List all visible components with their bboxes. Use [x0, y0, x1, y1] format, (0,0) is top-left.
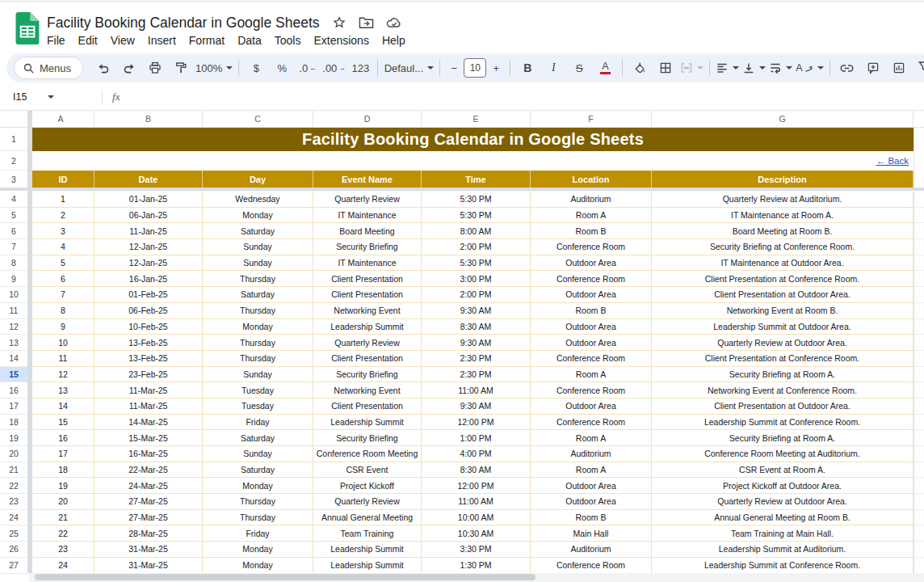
table-header-time[interactable]: Time [422, 171, 531, 188]
font-family-dropdown[interactable]: Defaul... [382, 57, 435, 79]
row-header-3[interactable]: 3 [0, 171, 27, 188]
table-header-event-name[interactable]: Event Name [313, 171, 422, 188]
menu-format[interactable]: Format [183, 32, 231, 48]
cell[interactable]: Monday [203, 319, 313, 335]
row-header-22[interactable]: 22 [0, 478, 27, 494]
cell[interactable]: Thursday [203, 303, 313, 319]
cell[interactable]: Leadership Summit at Conference Room. [652, 415, 914, 431]
italic-button[interactable]: I [540, 57, 566, 79]
cell[interactable]: 10-Feb-25 [94, 319, 203, 335]
cell[interactable]: 9:30 AM [422, 303, 531, 319]
cell[interactable]: 1 [32, 192, 94, 208]
cell[interactable]: 7 [32, 287, 94, 303]
cell[interactable]: Conference Room [531, 239, 652, 255]
cell[interactable]: Leadership Summit [313, 319, 422, 335]
cell[interactable]: 17 [32, 446, 94, 462]
cell[interactable]: Quarterly Review at Outdoor Area. [652, 335, 914, 351]
cell[interactable]: Conference Room [531, 271, 652, 287]
row-header-20[interactable]: 20 [0, 446, 27, 462]
table-header-description[interactable]: Description [652, 171, 914, 188]
row-header-5[interactable]: 5 [0, 208, 27, 224]
borders-button[interactable] [653, 57, 678, 79]
cell[interactable]: Project Kickoff [313, 478, 422, 494]
cell[interactable]: 10 [32, 335, 94, 351]
cell[interactable]: Client Presentation at Outdoor Area. [652, 399, 914, 415]
cell[interactable]: Team Training at Main Hall. [652, 525, 914, 542]
row-header-8[interactable]: 8 [0, 255, 27, 272]
row-header-25[interactable]: 25 [0, 525, 27, 542]
cell[interactable]: 24 [32, 558, 94, 574]
cell[interactable]: Conference Room [531, 415, 652, 431]
cell[interactable]: 2:30 PM [422, 367, 531, 383]
cell[interactable]: IT Maintenance [313, 255, 422, 272]
row-header-11[interactable]: 11 [0, 303, 27, 319]
cell[interactable]: Project Kickoff at Outdoor Area. [652, 478, 914, 494]
cell[interactable]: 22-Mar-25 [94, 462, 203, 479]
cell[interactable]: Outdoor Area [531, 494, 652, 510]
cell[interactable]: Team Training [313, 525, 422, 542]
row-header-18[interactable]: 18 [0, 415, 27, 431]
cell[interactable]: Auditorium [531, 192, 652, 208]
cloud-status-icon[interactable] [386, 15, 402, 31]
increase-font-size-button[interactable]: + [486, 57, 506, 79]
decrease-font-size-button[interactable]: − [444, 57, 464, 79]
cell[interactable]: 1:00 PM [422, 430, 531, 446]
cell[interactable]: IT Maintenance at Room A. [652, 208, 914, 224]
row-header-9[interactable]: 9 [0, 271, 27, 287]
cell[interactable]: Monday [203, 478, 313, 494]
column-header-G[interactable]: G [652, 111, 914, 127]
cell[interactable]: Security Briefing [313, 367, 422, 383]
cell[interactable]: 18 [32, 462, 94, 479]
cell[interactable]: 27-Mar-25 [94, 510, 203, 526]
font-size-input[interactable]: 10 [464, 58, 486, 78]
filter-button[interactable] [918, 60, 924, 76]
row-header-16[interactable]: 16 [0, 382, 27, 399]
cell[interactable]: Sunday [203, 446, 313, 462]
number-format-button[interactable]: 123 [347, 57, 373, 79]
print-button[interactable] [142, 57, 168, 79]
menu-edit[interactable]: Edit [72, 32, 104, 48]
cell[interactable]: 23 [32, 542, 94, 558]
cell[interactable]: 10:00 AM [422, 510, 531, 526]
cell[interactable]: 21 [32, 510, 94, 526]
column-header-B[interactable]: B [94, 111, 203, 127]
cell[interactable]: Client Presentation at Outdoor Area. [652, 287, 914, 303]
move-folder-icon[interactable] [359, 15, 375, 31]
cell[interactable]: 5:30 PM [422, 208, 531, 224]
row-header-1[interactable]: 1 [0, 128, 27, 151]
cell[interactable]: 12-Jan-25 [94, 255, 203, 272]
column-header-D[interactable]: D [313, 111, 422, 127]
cell[interactable]: 27-Mar-25 [94, 494, 203, 510]
cell[interactable]: Monday [203, 558, 313, 574]
cell[interactable]: Quarterly Review at Auditorium. [652, 192, 914, 208]
cell[interactable]: 06-Feb-25 [94, 303, 203, 319]
cell[interactable]: Tuesday [203, 382, 313, 399]
back-link[interactable]: ← Back [876, 156, 909, 166]
row-header-13[interactable]: 13 [0, 335, 27, 351]
cell[interactable]: Client Presentation [313, 399, 422, 415]
cell[interactable]: Client Presentation at Conference Room. [652, 351, 914, 367]
row-header-26[interactable]: 26 [0, 542, 27, 558]
cell[interactable]: 10:30 AM [422, 525, 531, 542]
cell[interactable]: 5 [32, 255, 94, 272]
cell[interactable]: IT Maintenance [313, 208, 422, 224]
cell[interactable]: Security Briefing at Room A. [652, 430, 914, 446]
cell[interactable]: 4:00 PM [422, 446, 531, 462]
fill-color-button[interactable] [627, 57, 653, 79]
cell[interactable]: Thursday [203, 510, 313, 526]
cell[interactable]: Outdoor Area [531, 255, 652, 272]
cell[interactable]: 15 [32, 415, 94, 431]
cell[interactable]: Board Meeting at Room B. [652, 223, 914, 239]
increase-decimal-button[interactable]: .00→ [321, 57, 347, 79]
menu-data[interactable]: Data [231, 32, 268, 48]
row-header-7[interactable]: 7 [0, 239, 27, 255]
cell[interactable]: Quarterly Review [313, 335, 422, 351]
cell[interactable]: Outdoor Area [531, 287, 652, 303]
cell[interactable]: Room A [531, 462, 652, 479]
cell[interactable]: 11-Mar-25 [94, 382, 203, 399]
cell[interactable]: Client Presentation at Conference Room. [652, 271, 914, 287]
cell[interactable]: Security Briefing at Conference Room. [652, 239, 914, 255]
table-header-id[interactable]: ID [32, 171, 94, 188]
cell[interactable]: 2:30 PM [422, 351, 531, 367]
cell[interactable]: 16 [32, 430, 94, 446]
